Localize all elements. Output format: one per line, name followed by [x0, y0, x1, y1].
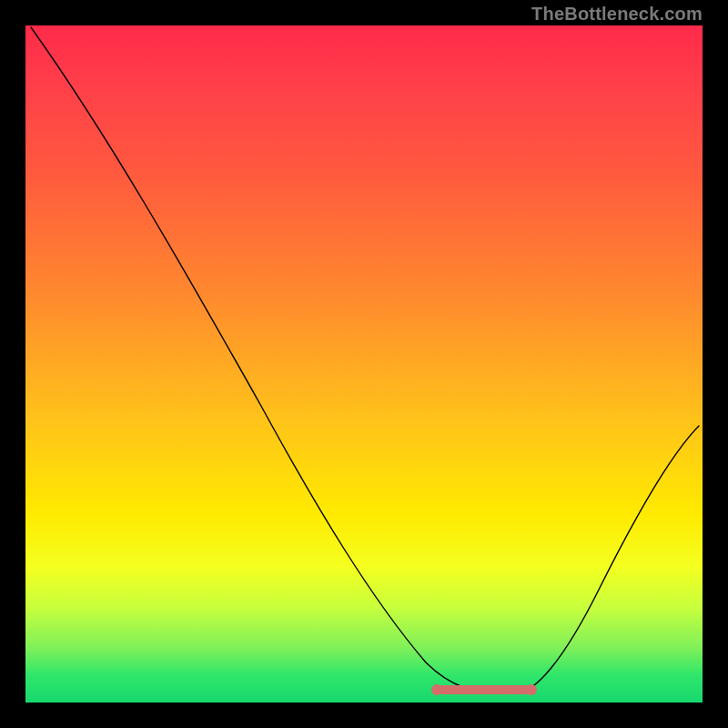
- flat-region-start-dot: [431, 684, 442, 695]
- plot-area: [25, 25, 703, 703]
- flat-region-end-dot: [526, 684, 537, 695]
- bottleneck-curve: [31, 27, 699, 693]
- watermark: TheBottleneck.com: [531, 4, 703, 25]
- chart-frame: TheBottleneck.com: [0, 0, 728, 728]
- chart-svg: [25, 25, 703, 703]
